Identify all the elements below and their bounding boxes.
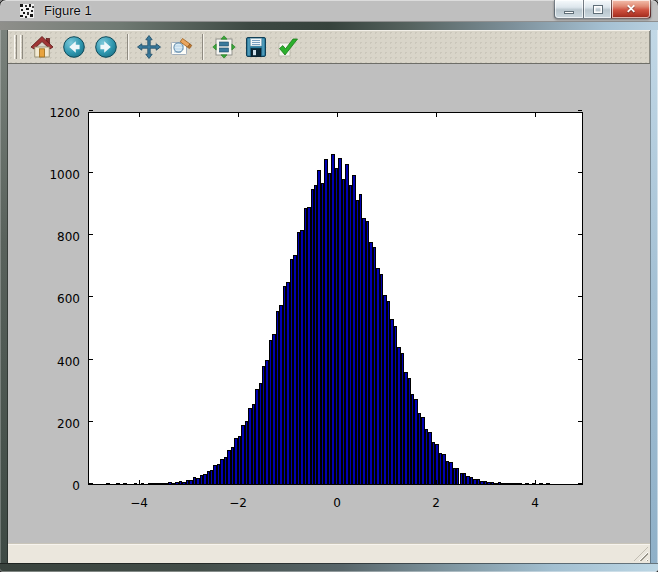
forward-icon bbox=[94, 35, 118, 59]
maximize-button[interactable] bbox=[583, 0, 611, 19]
x-tick-label: 2 bbox=[432, 496, 440, 510]
zoom-rect-icon bbox=[169, 35, 193, 59]
y-tick-label: 400 bbox=[8, 355, 80, 369]
tick-mark bbox=[337, 480, 338, 484]
caption-buttons: ✕ bbox=[554, 0, 651, 19]
statusbar bbox=[8, 543, 650, 563]
tick-mark bbox=[436, 480, 437, 484]
close-button[interactable]: ✕ bbox=[611, 0, 651, 19]
x-tick-label: −4 bbox=[130, 496, 148, 510]
tick-mark bbox=[89, 110, 93, 111]
y-tick-label: 0 bbox=[8, 479, 80, 493]
back-icon bbox=[62, 35, 86, 59]
forward-button[interactable] bbox=[92, 33, 120, 61]
tick-mark bbox=[139, 480, 140, 484]
tick-mark bbox=[89, 483, 93, 484]
toolbar-separator bbox=[127, 34, 128, 60]
titlebar[interactable]: Figure 1 ✕ bbox=[0, 0, 658, 22]
tick-mark bbox=[578, 359, 582, 360]
tick-mark bbox=[89, 296, 93, 297]
tick-mark bbox=[436, 113, 437, 117]
y-tick-label: 1200 bbox=[8, 106, 80, 120]
tick-mark bbox=[89, 234, 93, 235]
resize-grip[interactable] bbox=[634, 547, 648, 561]
window-frame-bottom bbox=[0, 563, 658, 572]
x-tick-label: 0 bbox=[333, 496, 341, 510]
window-title: Figure 1 bbox=[44, 3, 92, 18]
tick-mark bbox=[578, 172, 582, 173]
save-button[interactable] bbox=[242, 33, 270, 61]
window-frame-top bbox=[0, 22, 658, 30]
tick-mark bbox=[535, 113, 536, 117]
toolbar-separator bbox=[202, 34, 203, 60]
tick-mark bbox=[139, 113, 140, 117]
pan-button[interactable] bbox=[135, 33, 163, 61]
tick-mark bbox=[337, 113, 338, 117]
tick-mark bbox=[238, 480, 239, 484]
tick-mark bbox=[578, 110, 582, 111]
subplots-button[interactable] bbox=[210, 33, 238, 61]
tick-mark bbox=[578, 296, 582, 297]
y-tick-label: 600 bbox=[8, 292, 80, 306]
window-frame-right bbox=[650, 30, 658, 563]
apply-button[interactable] bbox=[274, 33, 302, 61]
minimize-button[interactable] bbox=[554, 0, 583, 19]
figure-window: Figure 1 ✕ bbox=[0, 0, 658, 572]
tick-mark bbox=[89, 421, 93, 422]
tick-mark bbox=[578, 421, 582, 422]
y-tick-label: 800 bbox=[8, 230, 80, 244]
tick-mark bbox=[89, 172, 93, 173]
plot-area[interactable] bbox=[88, 112, 583, 485]
tick-mark bbox=[89, 359, 93, 360]
home-button[interactable] bbox=[28, 33, 56, 61]
y-tick-label: 200 bbox=[8, 417, 80, 431]
zoom-rect-button[interactable] bbox=[167, 33, 195, 61]
toolbar-grip[interactable] bbox=[14, 35, 17, 59]
tick-mark bbox=[578, 483, 582, 484]
save-icon bbox=[244, 35, 268, 59]
tick-mark bbox=[578, 234, 582, 235]
back-button[interactable] bbox=[60, 33, 88, 61]
check-icon bbox=[276, 35, 300, 59]
tick-mark bbox=[238, 113, 239, 117]
toolbar-grip[interactable] bbox=[20, 35, 23, 59]
minimize-icon bbox=[564, 11, 574, 14]
axis-ticks bbox=[89, 113, 582, 484]
y-tick-label: 1000 bbox=[8, 168, 80, 182]
x-tick-label: −2 bbox=[229, 496, 247, 510]
subplots-icon bbox=[212, 35, 236, 59]
home-icon bbox=[30, 35, 54, 59]
figure-canvas[interactable]: −4−2024020040060080010001200 bbox=[8, 64, 650, 543]
navigation-toolbar bbox=[8, 30, 650, 64]
window-frame-left bbox=[0, 30, 8, 563]
x-tick-label: 4 bbox=[531, 496, 539, 510]
maximize-icon bbox=[593, 5, 603, 14]
tick-mark bbox=[535, 480, 536, 484]
pan-icon bbox=[137, 35, 161, 59]
matplotlib-window-icon bbox=[20, 4, 34, 18]
close-icon: ✕ bbox=[626, 3, 636, 15]
